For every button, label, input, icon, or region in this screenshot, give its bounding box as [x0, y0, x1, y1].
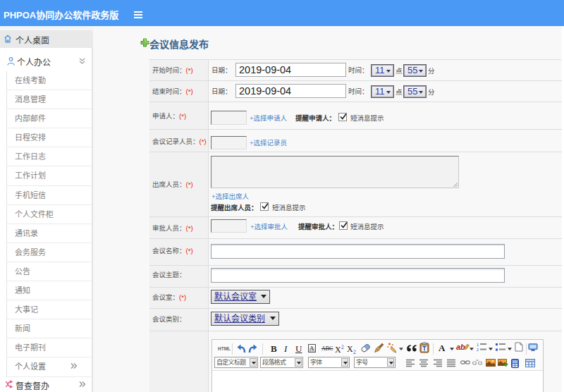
- svg-text:2: 2: [477, 348, 479, 352]
- svg-text:1: 1: [477, 343, 479, 347]
